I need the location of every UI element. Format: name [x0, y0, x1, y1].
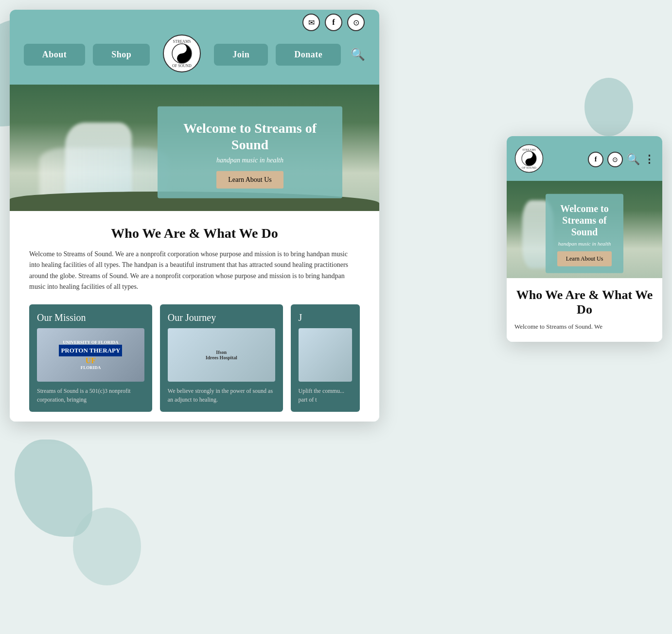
uf-building-image: UNIVERSITY OF FLORIDA PROTON THERAPY UF …: [37, 328, 144, 382]
third-card-text: Uplift the commu... part of t: [299, 387, 352, 404]
search-icon[interactable]: 🔍: [351, 48, 365, 61]
join-nav-button[interactable]: Join: [214, 44, 268, 66]
mission-cards-row: Our Mission UNIVERSITY OF FLORIDA PROTON…: [29, 304, 360, 412]
third-card-image: [299, 328, 352, 382]
desktop-content-section: Who We Are & What We Do Welcome to Strea…: [10, 211, 379, 422]
mobile-window: STREAMS OF SOUND f ⊙ 🔍 ⋮ Welcome to Stre…: [507, 136, 662, 342]
donate-nav-button[interactable]: Donate: [276, 44, 341, 66]
journey-hospital-image: Ifson Idrees Hospital: [168, 328, 275, 382]
mobile-compass-icon[interactable]: ⊙: [607, 152, 623, 167]
hero-subtitle: handpan music in health: [175, 157, 325, 164]
mission-card-text: Streams of Sound is a 501(c)3 nonprofit …: [37, 387, 144, 404]
mobile-header: STREAMS OF SOUND f ⊙ 🔍 ⋮: [507, 136, 662, 181]
svg-text:OF SOUND: OF SOUND: [172, 64, 192, 68]
third-card-title: J: [299, 312, 352, 323]
mobile-hero-card: Welcome to Streams of Sound handpan musi…: [546, 194, 623, 273]
mobile-search-icon[interactable]: 🔍: [627, 153, 640, 166]
svg-point-12: [527, 160, 531, 164]
desktop-navbar: ✉ f ⊙ About Shop STREAMS OF SOUND: [10, 10, 379, 85]
bg-blob-5: [584, 78, 633, 136]
mobile-who-we-are-text: Welcome to Streams of Sound. We: [514, 322, 654, 332]
our-journey-card: Our Journey Ifson Idrees Hospital We bel…: [160, 304, 283, 412]
svg-point-4: [179, 46, 184, 51]
bg-blob-3: [73, 508, 141, 585]
svg-text:STREAMS: STREAMS: [173, 39, 191, 44]
journey-card-text: We believe strongly in the power of soun…: [168, 387, 275, 404]
our-mission-card: Our Mission UNIVERSITY OF FLORIDA PROTON…: [29, 304, 152, 412]
mobile-learn-about-us-button[interactable]: Learn About Us: [557, 251, 612, 266]
learn-about-us-button[interactable]: Learn About Us: [216, 171, 283, 189]
mobile-menu-dots-icon[interactable]: ⋮: [644, 153, 654, 166]
svg-point-5: [179, 56, 184, 61]
site-logo[interactable]: STREAMS OF SOUND: [162, 34, 201, 75]
svg-text:STREAMS: STREAMS: [522, 148, 536, 151]
mobile-site-logo[interactable]: STREAMS OF SOUND: [514, 144, 544, 175]
journey-card-image: Ifson Idrees Hospital: [168, 328, 275, 382]
mobile-content-section: Who We Are & What We Do Welcome to Strea…: [507, 278, 662, 342]
about-nav-button[interactable]: About: [24, 44, 86, 66]
mobile-who-we-are-title: Who We Are & What We Do: [514, 288, 654, 317]
mission-card-image: UNIVERSITY OF FLORIDA PROTON THERAPY UF …: [37, 328, 144, 382]
mobile-hero-subtitle: handpan music in health: [555, 241, 614, 247]
mobile-hero: Welcome to Streams of Sound handpan musi…: [507, 181, 662, 278]
who-we-are-text: Welcome to Streams of Sound. We are a no…: [29, 249, 360, 293]
hero-title: Welcome to Streams of Sound: [175, 120, 325, 153]
desktop-hero: Welcome to Streams of Sound handpan musi…: [10, 85, 379, 211]
mobile-nav-icons: f ⊙ 🔍 ⋮: [588, 152, 654, 167]
shop-nav-button[interactable]: Shop: [93, 44, 150, 66]
svg-text:OF SOUND: OF SOUND: [522, 166, 537, 169]
svg-point-11: [527, 153, 531, 157]
hero-card: Welcome to Streams of Sound handpan musi…: [158, 106, 342, 198]
desktop-window: ✉ f ⊙ About Shop STREAMS OF SOUND: [10, 10, 379, 422]
journey-card-title: Our Journey: [168, 312, 275, 323]
mobile-facebook-icon[interactable]: f: [588, 152, 603, 167]
third-card-img-bg: [299, 328, 352, 382]
third-card: J Uplift the commu... part of t: [291, 304, 360, 412]
who-we-are-title: Who We Are & What We Do: [29, 226, 360, 241]
mission-card-title: Our Mission: [37, 312, 144, 323]
mobile-hero-title: Welcome to Streams of Sound: [555, 203, 614, 238]
nav-links-row: About Shop STREAMS OF SOUND Join Donate: [24, 15, 365, 80]
